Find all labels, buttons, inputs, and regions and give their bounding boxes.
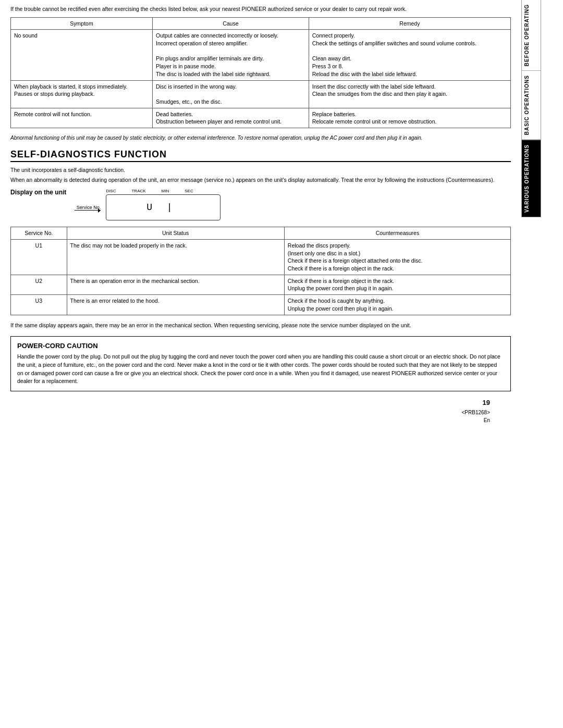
troubleshooting-table: Symptom Cause Remedy No sound Output cab… [10, 17, 511, 128]
symptom-cell: When playback is started, it stops immed… [11, 80, 153, 108]
countermeasures-cell: Check if the hood is caught by anything.… [284, 295, 510, 315]
unit-status-header: Unit Status [67, 227, 284, 240]
self-diag-desc1: The unit incorporates a self-diagnostic … [10, 166, 511, 174]
unit-status-cell: There is an error related to the hood. [67, 295, 284, 315]
table-row: U1 The disc may not be loaded properly i… [11, 240, 511, 275]
table-row: No sound Output cables are connected inc… [11, 30, 511, 80]
self-diagnostics-section: SELF-DIAGNOSTICS FUNCTION The unit incor… [10, 149, 511, 329]
unit-status-cell: There is an operation error in the mecha… [67, 275, 284, 294]
display-unit-label: Display on the unit [10, 189, 66, 196]
diagnostics-table: Service No. Unit Status Countermeasures … [10, 227, 511, 315]
arrow-line [75, 210, 101, 211]
service-no-cell: U2 [11, 275, 67, 294]
caution-text: Handle the power cord by the plug. Do no… [17, 353, 504, 386]
cause-header: Cause [152, 17, 309, 30]
power-cord-caution-box: POWER-CORD CAUTION Handle the power cord… [10, 336, 511, 391]
footer-note: If the same display appears again, there… [10, 322, 511, 329]
cause-cell: Disc is inserted in the wrong way.Smudge… [152, 80, 309, 108]
min-label: MIN [162, 189, 169, 193]
language-code: En [484, 417, 490, 423]
remedy-cell: Replace batteries.Relocate remote contro… [309, 108, 510, 128]
sec-label: SEC [185, 189, 193, 193]
various-operations-label: VARIOUS OPERATIONS [524, 144, 530, 213]
service-no-cell: U3 [11, 295, 67, 315]
cause-cell: Dead batteries.Obstruction between playe… [152, 108, 309, 128]
track-label: TRACK [131, 189, 145, 193]
table-row: When playback is started, it stops immed… [11, 80, 511, 108]
remedy-header: Remedy [309, 17, 510, 30]
countermeasures-cell: Check if there is a foreign object in th… [284, 275, 510, 294]
table-row: U2 There is an operation error in the me… [11, 275, 511, 294]
unit-status-cell: The disc may not be loaded properly in t… [67, 240, 284, 275]
service-no-arrow-label: Service No. [77, 205, 101, 210]
remedy-cell: Connect properly.Check the settings of a… [309, 30, 510, 80]
italic-note: Abnormal functioning of this unit may be… [10, 134, 511, 142]
disc-label: DISC [106, 189, 116, 193]
before-operating-tab[interactable]: BEFORE OPERATING [521, 0, 541, 71]
model-code-row: <PRB1268> En [10, 409, 511, 424]
display-diagram: DISC TRACK MIN SEC Service No. [75, 189, 221, 220]
basic-operations-label: BASIC OPERATIONS [524, 75, 530, 135]
symptom-cell: No sound [11, 30, 153, 80]
display-box-wrapper: Service No. U | [75, 194, 221, 220]
self-diag-desc2: When an abnormality is detected during o… [10, 176, 511, 184]
remedy-cell: Insert the disc correctly with the label… [309, 80, 510, 108]
model-code: <PRB1268> [462, 410, 491, 415]
various-operations-tab[interactable]: VARIOUS OPERATIONS [521, 140, 541, 217]
self-diagnostics-title: SELF-DIAGNOSTICS FUNCTION [10, 149, 511, 162]
display-box: U | [106, 194, 221, 220]
before-operating-label: BEFORE OPERATING [524, 4, 530, 66]
symptom-header: Symptom [11, 17, 153, 30]
page-number: 19 [483, 399, 490, 406]
countermeasures-cell: Reload the discs properly.(Insert only o… [284, 240, 510, 275]
cause-cell: Output cables are connected incorrectly … [152, 30, 309, 80]
service-no-cell: U1 [11, 240, 67, 275]
table-row: U3 There is an error related to the hood… [11, 295, 511, 315]
table-row: Remote control will not function. Dead b… [11, 108, 511, 128]
caution-title: POWER-CORD CAUTION [17, 342, 504, 350]
countermeasures-header: Countermeasures [284, 227, 510, 240]
display-header-labels: DISC TRACK MIN SEC [106, 189, 193, 193]
display-diagram-section: Display on the unit DISC TRACK MIN SEC S… [10, 189, 511, 220]
side-tabs: BEFORE OPERATING BASIC OPERATIONS VARIOU… [521, 0, 541, 728]
service-no-header: Service No. [11, 227, 67, 240]
page-number-row: 19 [10, 399, 511, 406]
symptom-cell: Remote control will not function. [11, 108, 153, 128]
basic-operations-tab[interactable]: BASIC OPERATIONS [521, 71, 541, 140]
intro-text: If the trouble cannot be rectified even … [10, 5, 511, 13]
display-chars: U | [146, 202, 180, 213]
